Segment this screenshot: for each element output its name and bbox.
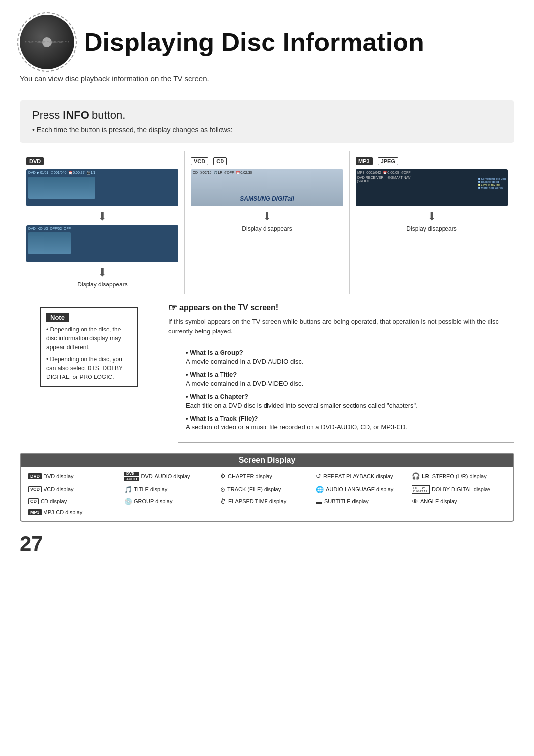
mp3-display-label: MP3 CD display xyxy=(44,509,83,515)
dvd-screen2: DVD KO 1/3 OFF/02 OFF xyxy=(26,225,178,262)
chapter-icon: ⚙ xyxy=(220,472,226,480)
info-suffix: button. xyxy=(89,109,125,121)
title-icon: 🎵 xyxy=(124,486,132,493)
dvd-audio-badge-top: DVD xyxy=(124,472,139,476)
track-display-label: TRACK (FILE) display xyxy=(227,486,281,492)
dvd-screen2-info: DVD KO 1/3 OFF/02 OFF xyxy=(28,227,71,254)
what-is-track-label: • What is a Track (File)? xyxy=(186,415,258,422)
display-audio-language: 🌐 AUDIO LANGUAGE display xyxy=(316,485,410,494)
vcd-screen-info: CD ②02/15 🎵LR ↺OFF ⏰0:02:30 xyxy=(193,171,252,175)
audio-language-icon: 🌐 xyxy=(316,486,324,493)
dvd-display-label: DVD display xyxy=(44,473,74,479)
vcd-badge: VCD xyxy=(191,157,208,165)
mp3-badge: MP3 xyxy=(356,157,373,165)
what-is-group-label: • What is a Group? xyxy=(186,349,243,356)
dvd-arrow2: ⬇ xyxy=(26,266,178,279)
screen-display-grid: DVD DVD display DVD AUDIO DVD-AUDIO disp… xyxy=(28,472,506,515)
note-container: Note • Depending on the disc, the disc i… xyxy=(20,302,158,443)
dolby-badge-top: DOLBY xyxy=(413,486,428,490)
subtitle-icon: ▬ xyxy=(316,498,322,505)
note-section: Note • Depending on the disc, the disc i… xyxy=(40,307,138,387)
group-icon: 💿 xyxy=(124,498,132,505)
what-is-title-text: A movie contained in a DVD-VIDEO disc. xyxy=(186,380,303,387)
screen-display-title: Screen Display xyxy=(21,454,513,467)
mp3-panel: MP3 JPEG MP3 0001/042 ⏰0:00:09 ↺OFF DVD … xyxy=(350,151,514,294)
what-is-chapter-label: • What is a Chapter? xyxy=(186,393,248,400)
what-is-title: • What is a Title? A movie contained in … xyxy=(186,370,506,388)
mp3-panel-label: MP3 JPEG xyxy=(356,157,508,165)
display-title: 🎵 TITLE display xyxy=(124,485,218,494)
dolby-display-label: DOLBY DIGITAL display xyxy=(432,486,490,492)
display-repeat: ↺ REPEAT PLAYBACK display xyxy=(316,472,410,481)
display-mp3: MP3 MP3 CD display xyxy=(28,509,122,515)
what-is-section: • What is a Group? A movie contained in … xyxy=(178,342,514,443)
tv-appears-text: If this symbol appears on the TV screen … xyxy=(168,317,514,336)
what-is-title-label: • What is a Title? xyxy=(186,371,237,378)
display-cd: CD CD display xyxy=(28,498,122,505)
info-title: Press INFO button. xyxy=(32,109,502,122)
dvd-display-badge: DVD xyxy=(28,473,42,479)
stereo-display-label: STEREO (L/R) display xyxy=(432,473,487,479)
mp3-info: MP3 0001/042 ⏰0:00:09 ↺OFF DVD RECEIVER … xyxy=(357,171,411,183)
tv-appears-title-text: appears on the TV screen! xyxy=(179,303,278,312)
display-track: ⊙ TRACK (FILE) display xyxy=(220,485,314,494)
dvd-panel-label: DVD xyxy=(26,157,178,165)
what-is-chapter-text: Each title on a DVD disc is divided into… xyxy=(186,402,418,409)
repeat-icon: ↺ xyxy=(316,472,321,480)
dvd-badge: DVD xyxy=(26,157,44,165)
samsung-logo: SAMSUNG DIGITall xyxy=(240,195,294,202)
note-item-2: • Depending on the disc, you can also se… xyxy=(46,355,132,381)
page-title: Displaying Disc Information xyxy=(84,27,424,57)
track-icon: ⊙ xyxy=(220,486,225,493)
disc-icon: 01001010101010010101010100101010 xyxy=(20,15,74,69)
dvd-audio-badge-bottom: AUDIO xyxy=(124,477,139,481)
what-is-chapter: • What is a Chapter? Each title on a DVD… xyxy=(186,392,506,410)
dolby-badge-bottom: DIGITAL xyxy=(413,490,428,493)
jpeg-badge: JPEG xyxy=(378,157,398,165)
main-content-row: Note • Depending on the disc, the disc i… xyxy=(20,302,514,443)
angle-icon: 👁 xyxy=(412,498,418,505)
vcd-screen: CD ②02/15 🎵LR ↺OFF ⏰0:02:30 SAMSUNG DIGI… xyxy=(191,169,343,206)
elapsed-display-label: ELAPSED TIME display xyxy=(228,498,286,504)
tv-appears-title: ☞ appears on the TV screen! xyxy=(168,302,514,314)
dvd-arrow1: ⬇ xyxy=(26,210,178,223)
info-title-text: Press xyxy=(32,109,63,121)
page-subtitle: You can view disc playback information o… xyxy=(0,74,534,93)
page-header: 01001010101010010101010100101010 Display… xyxy=(0,0,534,74)
cd-badge: CD xyxy=(213,157,227,165)
display-dvd-audio: DVD AUDIO DVD-AUDIO display xyxy=(124,472,218,481)
cd-display-label: CD display xyxy=(41,498,67,504)
vcd-arrow: ⬇ xyxy=(191,210,343,223)
chapter-display-label: CHAPTER display xyxy=(228,473,272,479)
tv-appears-section: ☞ appears on the TV screen! If this symb… xyxy=(168,302,514,336)
subtitle-display-label: SUBTITLE display xyxy=(324,498,369,504)
what-is-group: • What is a Group? A movie contained in … xyxy=(186,348,506,366)
elapsed-icon: ⏱ xyxy=(220,498,226,505)
binary-ring: 01001010101010010101010100101010 xyxy=(17,12,77,72)
info-section: Press INFO button. Each time the button … xyxy=(20,100,514,143)
tv-what-container: ☞ appears on the TV screen! If this symb… xyxy=(168,302,514,443)
display-subtitle: ▬ SUBTITLE display xyxy=(316,498,410,505)
display-stereo: 🎧 LR STEREO (L/R) display xyxy=(412,472,506,481)
what-is-track: • What is a Track (File)? A section of v… xyxy=(186,414,506,432)
what-is-track-text: A section of video or a music file recor… xyxy=(186,424,407,431)
mp3-display-disappears: Display disappears xyxy=(356,225,508,232)
dvd-screen1-info: DVD ▶ 01/01 ⏱001/040 ⏰0:00:37 📷1/1 xyxy=(28,171,95,199)
dvd-audio-display-label: DVD-AUDIO display xyxy=(141,473,190,479)
dvd-screen1: DVD ▶ 01/01 ⏱001/040 ⏰0:00:37 📷1/1 xyxy=(26,169,178,206)
vcd-display-disappears: Display disappears xyxy=(191,225,343,232)
title-display-label: TITLE display xyxy=(134,486,167,492)
vcd-display-label: VCD display xyxy=(44,486,74,492)
display-dolby: DOLBY DIGITAL DOLBY DIGITAL display xyxy=(412,485,506,494)
display-vcd: VCD VCD display xyxy=(28,485,122,494)
mp3-screen: MP3 0001/042 ⏰0:00:09 ↺OFF DVD RECEIVER … xyxy=(356,169,508,206)
note-text: • Depending on the disc, the disc inform… xyxy=(46,325,132,381)
dvd-panel: DVD DVD ▶ 01/01 ⏱001/040 ⏰0:00:37 📷1/1 ⬇… xyxy=(20,151,185,294)
mp3-arrow: ⬇ xyxy=(356,210,508,223)
vcd-panel-label: VCD CD xyxy=(191,157,343,165)
display-chapter: ⚙ CHAPTER display xyxy=(220,472,314,481)
hand-icon: ☞ xyxy=(168,302,177,314)
display-group: 💿 GROUP display xyxy=(124,498,218,505)
audio-language-display-label: AUDIO LANGUAGE display xyxy=(326,486,393,492)
repeat-display-label: REPEAT PLAYBACK display xyxy=(323,473,393,479)
